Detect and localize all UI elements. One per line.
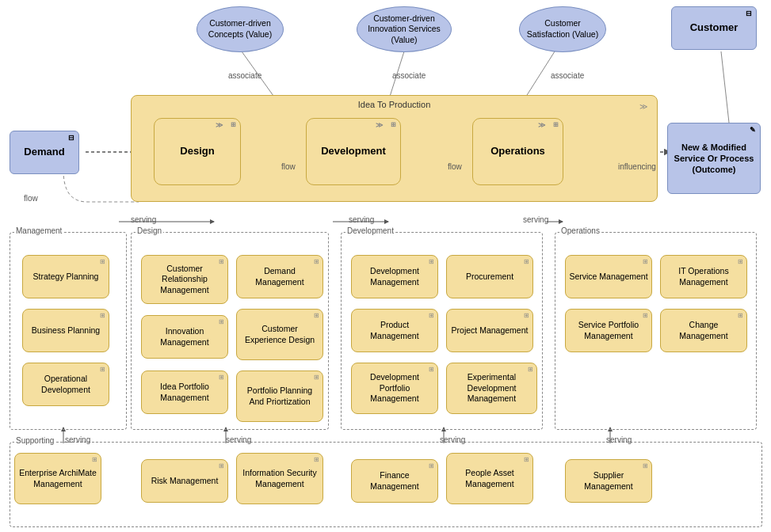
svg-line-2 xyxy=(523,51,555,101)
information-security-node[interactable]: Information Security Management ⊞ xyxy=(236,453,323,504)
operations-inner-node[interactable]: Operations ≫ ⊞ xyxy=(472,118,563,185)
associate-label-3: associate xyxy=(551,71,584,80)
associate-label-2: associate xyxy=(392,71,426,80)
management-label: Management xyxy=(14,226,63,235)
enterprise-archimate-node[interactable]: Enterprise ArchiMate Management ⊞ xyxy=(14,453,101,504)
experimental-dev-node[interactable]: Experimental Development Management ⊞ xyxy=(446,363,537,414)
project-management-node[interactable]: Project Management ⊞ xyxy=(446,309,533,352)
demand-node[interactable]: Demand ⊟ xyxy=(10,131,79,174)
design-inner-node[interactable]: Design ≫ ⊞ xyxy=(154,118,241,185)
design-area-label: Design xyxy=(135,226,163,235)
customer-satisfaction-node[interactable]: Customer Satisfaction (Value) xyxy=(519,6,606,52)
it-operations-node[interactable]: IT Operations Management ⊞ xyxy=(660,255,747,298)
portfolio-planning-node[interactable]: Portfolio Planning And Priortization ⊞ xyxy=(236,370,323,422)
idea-to-production-label: Idea To Production xyxy=(358,100,431,109)
flow-label-design-dev: flow xyxy=(281,162,296,171)
svg-line-3 xyxy=(721,51,729,123)
idea-to-production-container: Idea To Production ≫ Design ≫ ⊞ Developm… xyxy=(131,95,658,202)
diagram-canvas: Customer-driven Concepts (Value) Custome… xyxy=(0,0,771,532)
finance-management-node[interactable]: Finance Management ⊞ xyxy=(351,459,438,503)
customer-driven-concepts-node[interactable]: Customer-driven Concepts (Value) xyxy=(197,6,284,52)
demand-management-node[interactable]: Demand Management ⊞ xyxy=(236,255,323,298)
idea-portfolio-node[interactable]: Idea Portfolio Management ⊞ xyxy=(141,370,228,414)
customer-driven-innovation-node[interactable]: Customer-driven Innovation Services (Val… xyxy=(357,6,452,52)
procurement-node[interactable]: Procurement ⊞ xyxy=(446,255,533,298)
serving-bottom-2: serving xyxy=(226,435,251,444)
serving-label-2: serving xyxy=(349,215,374,224)
supporting-label: Supporting xyxy=(14,436,55,445)
serving-label-1: serving xyxy=(131,215,156,224)
flow-label-dev-ops: flow xyxy=(448,162,462,171)
development-management-node[interactable]: Development Management ⊞ xyxy=(351,255,438,298)
dev-portfolio-node[interactable]: Development Portfolio Management ⊞ xyxy=(351,363,438,414)
operations-area-label: Operations xyxy=(559,226,601,235)
development-inner-node[interactable]: Development ≫ ⊞ xyxy=(306,118,401,185)
serving-bottom-1: serving xyxy=(65,435,90,444)
customer-node[interactable]: Customer ⊟ xyxy=(671,6,757,50)
flow-label-demand: flow xyxy=(24,194,38,203)
business-planning-node[interactable]: Business Planning ⊞ xyxy=(22,309,109,352)
product-management-node[interactable]: Product Management ⊞ xyxy=(351,309,438,352)
service-management-node[interactable]: Service Management ⊞ xyxy=(565,255,652,298)
influencing-label: influencing xyxy=(618,162,656,171)
supplier-management-node[interactable]: Supplier Management ⊞ xyxy=(565,459,652,503)
serving-bottom-4: serving xyxy=(606,435,632,444)
people-asset-node[interactable]: People Asset Management ⊞ xyxy=(446,453,533,504)
risk-management-node[interactable]: Risk Management ⊞ xyxy=(141,459,228,503)
innovation-management-node[interactable]: Innovation Management ⊞ xyxy=(141,315,228,359)
customer-experience-node[interactable]: Customer Experience Design ⊞ xyxy=(236,309,323,360)
serving-bottom-3: serving xyxy=(440,435,465,444)
development-area-label: Development xyxy=(345,226,395,235)
new-modified-node[interactable]: New & Modified Service Or Process (Outco… xyxy=(667,123,761,194)
operational-development-node[interactable]: Operational Development ⊞ xyxy=(22,363,109,406)
customer-relationship-node[interactable]: Customer Relationship Management ⊞ xyxy=(141,255,228,304)
strategy-planning-node[interactable]: Strategy Planning ⊞ xyxy=(22,255,109,298)
service-portfolio-node[interactable]: Service Portfolio Management ⊞ xyxy=(565,309,652,352)
serving-label-3: serving xyxy=(523,215,548,224)
associate-label-1: associate xyxy=(228,71,261,80)
change-management-node[interactable]: Change Management ⊞ xyxy=(660,309,747,352)
